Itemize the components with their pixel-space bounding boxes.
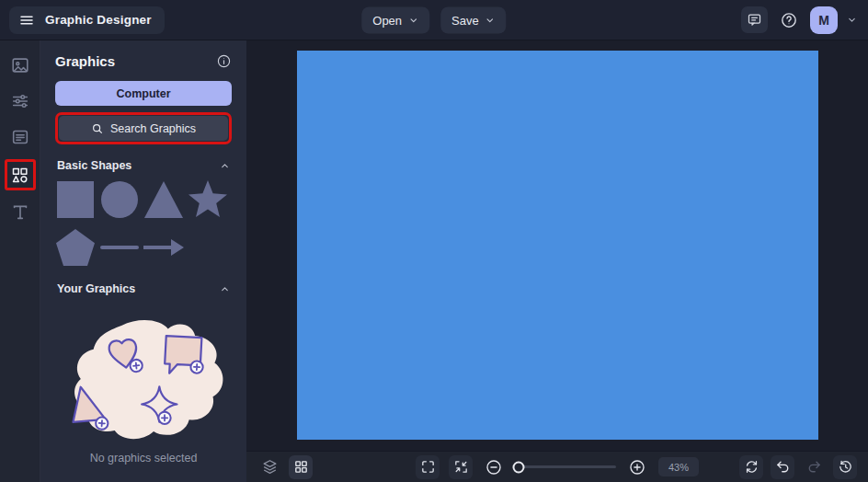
- save-button-label: Save: [451, 13, 479, 27]
- shape-arrow-icon[interactable]: [143, 227, 184, 268]
- panel-title: Graphics: [55, 53, 115, 69]
- chevron-up-icon: [220, 284, 230, 294]
- shape-grid-spacer: [188, 227, 228, 268]
- info-icon[interactable]: [216, 53, 232, 69]
- chevron-down-icon: [485, 15, 496, 25]
- zoom-in-icon[interactable]: [625, 455, 649, 479]
- empty-state-text: No graphics selected: [55, 452, 232, 465]
- sidebar-rail: [0, 40, 40, 482]
- fullscreen-icon[interactable]: [416, 455, 440, 479]
- history-icon[interactable]: [833, 455, 857, 479]
- shape-star-icon[interactable]: [188, 179, 228, 220]
- basic-shapes-title: Basic Shapes: [57, 159, 131, 172]
- top-bar: Graphic Designer Open Save: [0, 0, 868, 40]
- shape-triangle-icon[interactable]: [143, 179, 184, 220]
- refresh-icon[interactable]: [739, 455, 763, 479]
- user-avatar[interactable]: M: [810, 6, 838, 34]
- shape-circle-icon[interactable]: [99, 179, 140, 220]
- search-graphics-button[interactable]: Search Graphics: [59, 116, 228, 141]
- save-button[interactable]: Save: [440, 6, 507, 33]
- shape-pentagon-icon[interactable]: [55, 227, 96, 268]
- sidebar-item-templates[interactable]: [6, 123, 34, 151]
- search-graphics-label: Search Graphics: [110, 122, 196, 135]
- fit-to-screen-icon[interactable]: [449, 455, 473, 479]
- your-graphics-section-header[interactable]: Your Graphics: [57, 282, 230, 295]
- basic-shapes-grid: [55, 179, 232, 268]
- open-button[interactable]: Open: [361, 6, 429, 33]
- sidebar-item-text[interactable]: [6, 199, 34, 226]
- zoom-controls: 43%: [416, 455, 699, 479]
- zoom-level-value[interactable]: 43%: [658, 457, 699, 476]
- graphic-designer-app: Graphic Designer Open Save: [0, 0, 868, 482]
- app-title-chip: Graphic Designer: [9, 6, 165, 34]
- design-canvas[interactable]: [297, 51, 818, 440]
- grid-view-icon[interactable]: [289, 455, 313, 479]
- computer-upload-button[interactable]: Computer: [55, 81, 232, 106]
- bottom-toolbar: 43%: [246, 451, 868, 482]
- topbar-right-group: M: [741, 6, 868, 34]
- text-icon: [10, 202, 30, 223]
- search-icon: [91, 122, 104, 135]
- sidebar-item-shapes[interactable]: [5, 159, 36, 190]
- undo-icon[interactable]: [771, 455, 794, 479]
- sidebar-item-images[interactable]: [6, 52, 34, 79]
- open-button-label: Open: [372, 13, 402, 27]
- zoom-slider[interactable]: [515, 465, 616, 468]
- empty-graphics-illustration: [55, 314, 232, 442]
- zoom-out-icon[interactable]: [482, 455, 506, 479]
- your-graphics-title: Your Graphics: [57, 282, 135, 295]
- app-title: Graphic Designer: [45, 13, 152, 27]
- help-icon[interactable]: [777, 8, 801, 32]
- chevron-down-icon: [408, 15, 418, 25]
- file-actions: Open Save: [361, 6, 506, 33]
- main-area: Graphics Computer Search Graphics Basic: [0, 40, 868, 482]
- basic-shapes-section-header[interactable]: Basic Shapes: [57, 159, 230, 172]
- graphics-panel: Graphics Computer Search Graphics Basic: [40, 40, 246, 482]
- zoom-slider-handle[interactable]: [513, 461, 525, 473]
- account-chevron-down-icon[interactable]: [847, 15, 857, 25]
- hamburger-menu-icon[interactable]: [17, 10, 37, 30]
- shapes-icon: [10, 166, 29, 185]
- sidebar-item-adjust[interactable]: [6, 87, 34, 115]
- shape-square-icon[interactable]: [55, 179, 96, 220]
- layers-icon[interactable]: [257, 455, 281, 479]
- feedback-comment-icon[interactable]: [741, 6, 768, 33]
- canvas-workspace: [246, 40, 868, 451]
- template-icon: [10, 127, 30, 147]
- stage-column: 43%: [246, 40, 868, 482]
- image-icon: [10, 55, 30, 75]
- search-graphics-highlight-box: Search Graphics: [55, 112, 232, 144]
- redo-icon[interactable]: [802, 455, 826, 479]
- sliders-icon: [10, 91, 30, 111]
- shape-line-icon[interactable]: [99, 227, 140, 268]
- chevron-up-icon: [220, 161, 230, 171]
